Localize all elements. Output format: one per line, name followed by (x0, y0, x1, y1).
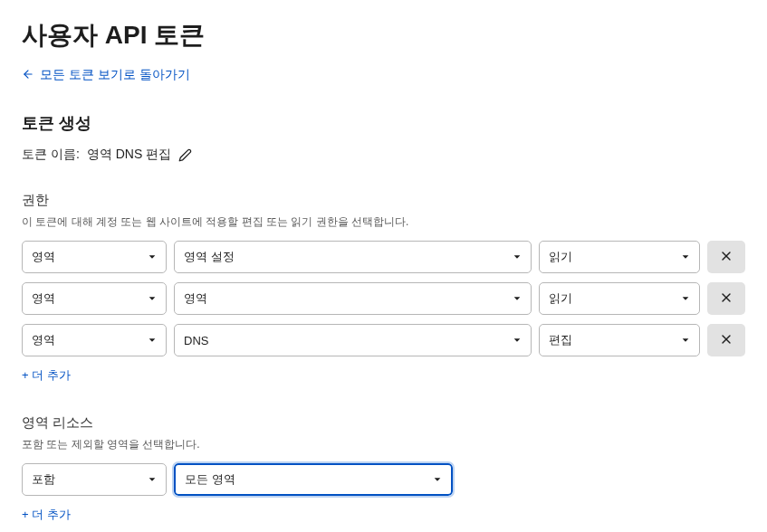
permission-row: 영역 영역 읽기 (22, 282, 745, 315)
token-name-row: 토큰 이름: 영역 DNS 편집 (22, 147, 745, 163)
token-name-label: 토큰 이름: (22, 147, 80, 163)
page-title: 사용자 API 토큰 (22, 18, 745, 52)
select-value: 영역 (32, 249, 140, 265)
caret-down-icon (513, 294, 522, 303)
select-value: DNS (184, 334, 505, 347)
zone-resources-description: 포함 또는 제외할 영역을 선택합니다. (22, 437, 745, 452)
permission-access-select[interactable]: 편집 (539, 324, 700, 356)
permission-access-select[interactable]: 읽기 (539, 241, 700, 273)
permission-access-select[interactable]: 읽기 (539, 282, 700, 315)
caret-down-icon (681, 252, 690, 261)
close-icon (719, 290, 733, 308)
caret-down-icon (148, 336, 157, 345)
permission-scope-select[interactable]: 영역 (22, 324, 167, 356)
back-link[interactable]: 모든 토큰 보기로 돌아가기 (22, 67, 190, 83)
caret-down-icon (148, 252, 157, 261)
select-value: 영역 (184, 290, 505, 307)
add-zone-resource-button[interactable]: + 더 추가 (22, 507, 71, 523)
permission-row: 영역 DNS 편집 (22, 324, 745, 356)
delete-permission-button[interactable] (707, 282, 745, 315)
permission-scope-select[interactable]: 영역 (22, 241, 167, 273)
caret-down-icon (513, 252, 522, 261)
caret-down-icon (148, 294, 157, 303)
select-value: 영역 설정 (184, 249, 505, 265)
select-value: 영역 (32, 290, 140, 307)
permissions-description: 이 토큰에 대해 계정 또는 웹 사이트에 적용할 편집 또는 읽기 권한을 선… (22, 214, 745, 230)
delete-permission-button[interactable] (707, 241, 745, 273)
permission-row: 영역 영역 설정 읽기 (22, 241, 745, 273)
zone-resource-row: 포함 모든 영역 (22, 463, 745, 496)
permissions-label: 권한 (22, 192, 745, 209)
select-value: 모든 영역 (185, 471, 426, 488)
add-permission-button[interactable]: + 더 추가 (22, 367, 71, 384)
select-value: 포함 (32, 471, 140, 488)
delete-permission-button[interactable] (707, 324, 745, 356)
caret-down-icon (681, 294, 690, 303)
permission-resource-select[interactable]: 영역 설정 (174, 241, 532, 273)
edit-icon[interactable] (178, 148, 192, 162)
close-icon (719, 249, 733, 266)
caret-down-icon (433, 475, 442, 484)
permission-resource-select[interactable]: DNS (174, 324, 532, 356)
close-icon (719, 332, 733, 349)
caret-down-icon (513, 336, 522, 345)
token-name-value: 영역 DNS 편집 (87, 147, 171, 163)
select-value: 편집 (549, 332, 674, 348)
zone-target-select[interactable]: 모든 영역 (174, 463, 453, 496)
caret-down-icon (681, 336, 690, 345)
select-value: 읽기 (549, 249, 674, 265)
select-value: 영역 (32, 332, 140, 348)
permission-scope-select[interactable]: 영역 (22, 282, 167, 315)
select-value: 읽기 (549, 290, 674, 307)
back-link-text: 모든 토큰 보기로 돌아가기 (40, 67, 190, 83)
permission-resource-select[interactable]: 영역 (174, 282, 532, 315)
zone-include-select[interactable]: 포함 (22, 463, 167, 496)
zone-resources-label: 영역 리소스 (22, 414, 745, 432)
create-token-heading: 토큰 생성 (22, 112, 745, 134)
arrow-left-icon (22, 68, 34, 83)
caret-down-icon (148, 475, 157, 484)
